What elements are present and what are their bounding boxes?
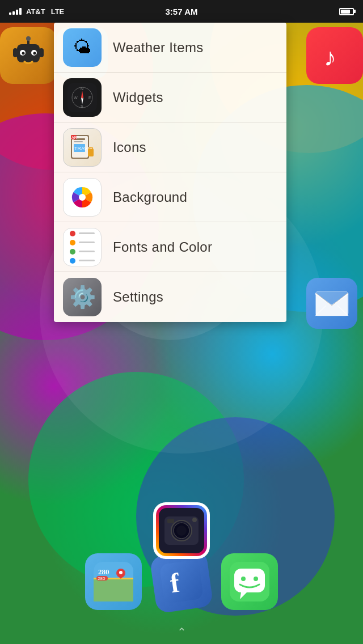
svg-point-52 [176,526,187,536]
svg-rect-34 [94,593,133,601]
photos-wheel-svg [67,183,97,212]
svg-text:♪: ♪ [324,43,336,71]
maps-app-icon[interactable]: 280 280 [85,553,142,610]
menu-item-widgets[interactable]: N S W E Widgets [54,73,286,122]
svg-point-29 [79,194,86,201]
svg-point-6 [26,36,31,41]
svg-point-40 [119,571,123,574]
svg-rect-21 [74,141,83,142]
home-bar: ⌃ [177,625,187,639]
status-left: AT&T LTE [9,7,64,16]
menu-travel-icon: TRAVEL ART [63,128,102,167]
tweetbot-icon[interactable] [0,27,57,84]
instagram-svg [156,505,207,556]
menu-item-weather-items[interactable]: 🌤 Weather Items [54,23,286,73]
svg-rect-8 [39,48,44,57]
svg-point-46 [254,577,258,581]
instagram-container [153,502,210,559]
tweetbot-svg [9,36,48,75]
facebook-app-icon[interactable]: f [150,550,214,614]
svg-rect-7 [13,48,18,57]
svg-text:E: E [88,96,91,100]
menu-icons-label: Icons [113,139,146,155]
network-type: LTE [51,7,65,16]
messages-app-icon[interactable] [221,553,278,610]
dropdown-menu: 🌤 Weather Items N S W E Widgets [54,23,286,322]
svg-rect-41 [159,559,204,604]
home-chevron: ⌃ [177,626,187,638]
menu-compass-icon: N S W E [63,78,102,117]
gear-emoji: ⚙️ [69,285,96,310]
carrier-label: AT&T [26,7,45,16]
messages-svg [230,562,269,601]
menu-settings-label: Settings [113,289,163,305]
menu-fonts-color-label: Fonts and Color [113,239,212,255]
menu-item-background[interactable]: Background [54,172,286,222]
menu-item-settings[interactable]: ⚙️ Settings [54,272,286,322]
reminders-dots [70,228,95,266]
svg-rect-44 [234,569,265,592]
menu-settings-icon: ⚙️ [63,278,102,316]
svg-text:280: 280 [98,567,109,576]
signal-bars [9,8,22,15]
svg-rect-54 [167,519,174,523]
bottom-icons-row: 280 280 f [0,553,363,610]
menu-background-label: Background [113,189,187,205]
menu-photos-icon [63,178,102,217]
status-bar: AT&T LTE 3:57 AM [0,0,363,23]
menu-weather-icon: 🌤 [63,28,102,67]
mail-envelope-svg [315,291,349,316]
maps-svg: 280 280 [94,562,133,601]
menu-widgets-label: Widgets [113,90,163,105]
svg-text:280: 280 [98,576,105,581]
menu-item-icons[interactable]: TRAVEL ART Icons [54,122,286,172]
svg-point-53 [192,518,197,522]
music-note-svg: ♪ [319,40,351,71]
menu-weather-label: Weather Items [113,40,204,56]
compass-svg: N S W E [67,83,97,112]
svg-text:N: N [81,87,83,91]
status-time: 3:57 AM [166,7,198,16]
svg-text:S: S [81,104,83,108]
svg-point-4 [33,52,36,55]
menu-reminders-icon [63,228,102,266]
svg-point-3 [22,52,25,55]
travel-book-svg: TRAVEL ART [67,133,97,162]
svg-text:ART: ART [71,135,80,139]
music-app-icon[interactable]: ♪ [306,27,363,84]
svg-point-45 [241,577,246,581]
mail-app-icon[interactable] [306,278,357,329]
battery-fill [341,10,350,14]
facebook-svg: f [159,559,204,604]
instagram-app-icon[interactable] [153,502,210,559]
status-right [339,8,354,15]
menu-item-fonts-color[interactable]: Fonts and Color [54,222,286,272]
svg-text:W: W [74,96,78,100]
battery-icon [339,8,354,15]
